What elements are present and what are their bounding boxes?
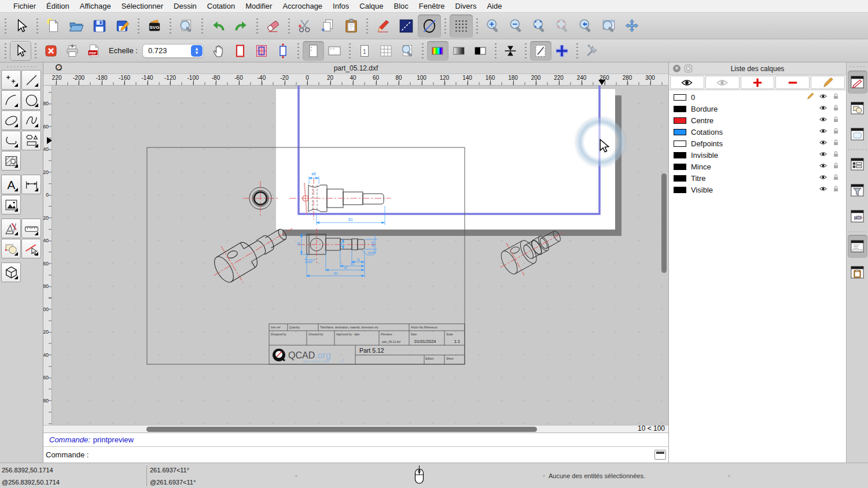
dock-filter-button[interactable] — [848, 179, 867, 202]
layer-color-swatch[interactable] — [674, 106, 686, 112]
line-tool-button[interactable] — [21, 70, 41, 90]
menu-aide[interactable]: Aide — [481, 0, 507, 13]
layer-visibility-eye-icon[interactable] — [819, 138, 827, 149]
menu-dessin[interactable]: Dessin — [168, 0, 202, 13]
menu-accrochage[interactable]: Accrochage — [277, 0, 328, 13]
pdf-export-button[interactable]: PDF — [83, 41, 104, 61]
horizontal-scrollbar-track[interactable]: 10 < 100 — [43, 425, 668, 432]
zoom-selection-button[interactable] — [551, 14, 574, 38]
pan-button[interactable] — [620, 14, 643, 38]
page-landscape-button[interactable] — [324, 41, 345, 61]
layer-row-defpoints[interactable]: Defpoints — [669, 138, 846, 149]
palette-drag-handle[interactable] — [5, 64, 38, 69]
arc-tool-button[interactable] — [1, 90, 21, 110]
layer-row-mince[interactable]: Mince — [669, 161, 846, 172]
layer-color-swatch[interactable] — [674, 152, 686, 158]
layer-row-cotations[interactable]: Cotations — [669, 126, 846, 138]
layer-lock-icon[interactable] — [832, 103, 840, 114]
print-button[interactable] — [61, 41, 83, 61]
print-preview-find-button[interactable] — [175, 14, 198, 38]
points-tool-button[interactable] — [1, 70, 21, 90]
save-file-as-button[interactable] — [111, 14, 134, 38]
layer-visibility-eye-icon[interactable] — [819, 161, 827, 172]
open-file-button[interactable] — [65, 14, 88, 38]
redo-button[interactable] — [230, 14, 253, 38]
layer-color-swatch[interactable] — [674, 164, 686, 170]
layer-color-swatch[interactable] — [674, 129, 686, 135]
dock-command-line-button[interactable] — [848, 235, 867, 258]
paper-grid-button[interactable] — [251, 41, 273, 61]
dock-selection-button[interactable] — [848, 123, 867, 146]
hand-pan-button[interactable] — [208, 41, 230, 61]
layer-lock-icon[interactable] — [832, 92, 840, 103]
stepper-icon[interactable]: ▲▼ — [191, 45, 203, 57]
layer-visibility-eye-icon[interactable] — [819, 115, 827, 126]
menu-s-lectionner[interactable]: Sélectionner — [116, 0, 168, 13]
draw-ellipse-button[interactable] — [418, 14, 441, 38]
horizontal-scrollbar[interactable] — [146, 427, 537, 432]
vertical-scrollbar[interactable] — [661, 173, 667, 273]
dimension-tool-button[interactable] — [21, 175, 41, 194]
layer-lock-icon[interactable] — [832, 161, 840, 172]
measure-tool-button[interactable] — [21, 219, 41, 238]
paper-size-button[interactable] — [273, 41, 294, 61]
layer-row-0[interactable]: 0 — [669, 91, 846, 103]
dock-drag-handle[interactable] — [850, 65, 865, 68]
layer-lock-icon[interactable] — [832, 150, 840, 161]
multi-page-button[interactable] — [376, 41, 397, 61]
settings-wrench-button[interactable] — [582, 41, 603, 61]
page-portrait-button[interactable] — [303, 41, 324, 61]
dock-clipboard-button[interactable] — [848, 261, 867, 284]
layer-row-visible[interactable]: Visible — [669, 184, 846, 195]
layer-visibility-eye-icon[interactable] — [819, 92, 827, 103]
undo-button[interactable] — [207, 14, 230, 38]
polyline-tool-button[interactable] — [1, 131, 21, 150]
layer-visibility-eye-icon[interactable] — [819, 184, 827, 195]
menu-modifier[interactable]: Modifier — [240, 0, 277, 13]
dock-layer-list-button[interactable] — [848, 71, 867, 94]
close-panel-button[interactable] — [673, 65, 681, 72]
color-grayscale-button[interactable] — [448, 41, 470, 61]
zoom-window-button[interactable] — [597, 14, 620, 38]
menu-calque[interactable]: Calque — [354, 0, 388, 13]
copy-button[interactable] — [317, 14, 340, 38]
paper-border-button[interactable] — [230, 41, 251, 61]
dock-property-editor-button[interactable] — [848, 153, 867, 176]
erase-button[interactable] — [262, 14, 285, 38]
layer-lock-icon[interactable] — [832, 173, 840, 184]
draw-pencil-button[interactable] — [372, 14, 395, 38]
snap-tool-button[interactable] — [21, 239, 41, 258]
cad-tools-tool-button[interactable] — [1, 219, 21, 238]
new-file-button[interactable] — [42, 14, 65, 38]
pointer-button[interactable] — [10, 41, 31, 61]
ellipse-tool-button[interactable] — [1, 110, 21, 130]
edit-layer-button[interactable] — [811, 76, 845, 89]
command-input[interactable] — [92, 449, 654, 461]
menu-cotation[interactable]: Cotation — [202, 0, 240, 13]
layer-row-invisible[interactable]: Invisible — [669, 149, 846, 161]
solid-tool-button[interactable] — [1, 263, 21, 282]
circle-tool-button[interactable] — [21, 90, 41, 110]
zoom-in-button[interactable] — [481, 14, 505, 38]
show-all-layers-button[interactable] — [670, 76, 704, 89]
color-full-button[interactable] — [427, 41, 448, 61]
menu-bloc[interactable]: Bloc — [388, 0, 413, 13]
layer-row-bordure[interactable]: Bordure — [669, 103, 846, 114]
spline-tool-button[interactable] — [21, 110, 41, 130]
pointer-button[interactable] — [10, 14, 33, 38]
scale-select[interactable]: 0.723▲▼ — [142, 44, 204, 58]
layer-visibility-eye-icon[interactable] — [819, 127, 827, 138]
line-segment-button[interactable] — [395, 14, 418, 38]
hide-all-layers-button[interactable] — [705, 76, 740, 89]
zoom-page-button[interactable] — [397, 41, 418, 61]
menu-fen-tre[interactable]: Fenêtre — [414, 0, 450, 13]
layer-lock-icon[interactable] — [832, 138, 840, 149]
remove-layer-button[interactable] — [775, 76, 810, 89]
layer-visibility-eye-icon[interactable] — [819, 103, 827, 114]
single-page-button[interactable]: 1 — [354, 41, 376, 61]
zoom-out-button[interactable] — [505, 14, 528, 38]
hairlines-button[interactable] — [500, 41, 521, 61]
menu-infos[interactable]: Infos — [328, 0, 354, 13]
command-panel-toggle-button[interactable] — [654, 450, 666, 460]
layer-row-centre[interactable]: Centre — [669, 114, 846, 126]
